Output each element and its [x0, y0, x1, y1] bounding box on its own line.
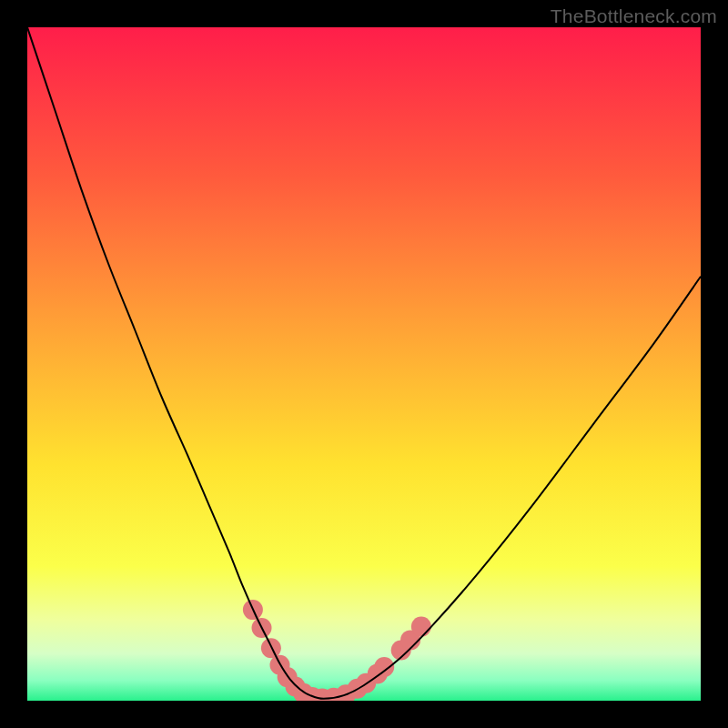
bottleneck-curve [27, 27, 701, 699]
plot-area [27, 27, 701, 701]
watermark-text: TheBottleneck.com [551, 5, 717, 27]
chart-frame: TheBottleneck.com [0, 0, 728, 728]
marker-dot [374, 657, 394, 677]
curve-layer [27, 27, 701, 701]
marker-dot [411, 617, 431, 637]
highlight-markers [243, 600, 431, 701]
